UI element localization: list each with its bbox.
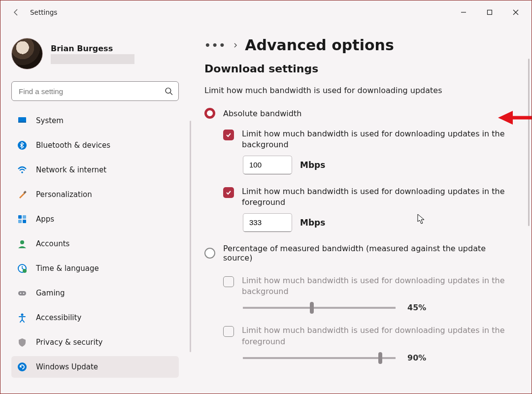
unit-label: Mbps xyxy=(300,218,325,228)
radio-absolute-bandwidth[interactable]: Absolute bandwidth xyxy=(204,108,517,119)
svg-point-19 xyxy=(20,293,21,294)
input-background-mbps[interactable] xyxy=(243,156,292,174)
sidebar-item-windows-update[interactable]: Windows Update xyxy=(11,356,179,378)
svg-rect-18 xyxy=(18,291,26,296)
checkbox-checked-icon xyxy=(223,187,234,198)
checkbox-label: Limit how much bandwidth is used for dow… xyxy=(242,186,508,208)
user-name: Brian Burgess xyxy=(51,44,134,53)
nav-label: System xyxy=(36,116,64,125)
sidebar-item-system[interactable]: System xyxy=(11,110,179,131)
input-foreground-mbps[interactable] xyxy=(243,213,292,232)
breadcrumb: ••• Advanced options xyxy=(204,36,517,54)
slider-value: 90% xyxy=(407,353,426,362)
maximize-button[interactable] xyxy=(478,4,500,20)
sidebar-item-network[interactable]: Network & internet xyxy=(11,159,179,181)
sidebar-scrollbar[interactable] xyxy=(190,121,191,352)
update-icon xyxy=(17,362,27,372)
sidebar-item-gaming[interactable]: Gaming xyxy=(11,282,179,304)
checkbox-unchecked-icon xyxy=(223,326,234,337)
nav-list: System Bluetooth & devices Network & int… xyxy=(11,110,184,381)
nav-label: Apps xyxy=(36,215,54,224)
minimize-button[interactable] xyxy=(452,4,474,20)
shield-icon xyxy=(17,337,27,347)
slider-thumb xyxy=(378,352,382,364)
radio-label: Percentage of measured bandwidth (measur… xyxy=(223,244,517,263)
window-controls xyxy=(452,4,527,20)
nav-label: Time & language xyxy=(36,264,99,273)
nav-label: Privacy & security xyxy=(36,338,102,347)
svg-point-17 xyxy=(23,269,27,273)
sidebar-item-privacy[interactable]: Privacy & security xyxy=(11,331,179,353)
radio-percentage-bandwidth[interactable]: Percentage of measured bandwidth (measur… xyxy=(204,244,517,263)
sidebar-item-accessibility[interactable]: Accessibility xyxy=(11,307,179,328)
svg-point-4 xyxy=(166,88,171,94)
svg-line-5 xyxy=(170,93,172,95)
radio-label: Absolute bandwidth xyxy=(223,109,301,118)
user-email-redacted xyxy=(51,54,134,64)
svg-point-20 xyxy=(23,293,24,294)
checkbox-checked-icon xyxy=(223,130,234,140)
back-icon[interactable] xyxy=(12,8,20,16)
gaming-icon xyxy=(17,288,27,298)
checkbox-label: Limit how much bandwidth is used for dow… xyxy=(242,129,508,151)
slider-background-percent xyxy=(243,307,396,309)
apps-icon xyxy=(17,214,27,224)
checkbox-limit-foreground-absolute[interactable]: Limit how much bandwidth is used for dow… xyxy=(223,186,517,208)
svg-rect-12 xyxy=(23,215,26,219)
svg-rect-1 xyxy=(487,10,492,15)
sidebar: Brian Burgess System Bluetooth & devices… xyxy=(0,24,193,394)
search-icon xyxy=(165,87,173,96)
checkbox-unchecked-icon xyxy=(223,276,234,287)
nav-label: Accessibility xyxy=(36,313,81,322)
breadcrumb-ellipsis[interactable]: ••• xyxy=(204,39,226,51)
checkbox-limit-foreground-percent: Limit how much bandwidth is used for dow… xyxy=(223,325,517,347)
accounts-icon xyxy=(17,239,27,249)
nav-label: Bluetooth & devices xyxy=(36,141,110,150)
nav-label: Personalization xyxy=(36,190,92,199)
close-button[interactable] xyxy=(504,4,527,20)
nav-label: Gaming xyxy=(36,289,65,297)
svg-rect-14 xyxy=(23,220,26,223)
page-title: Advanced options xyxy=(245,36,394,54)
nav-label: Network & internet xyxy=(36,165,106,174)
content-scrollbar[interactable] xyxy=(528,59,530,226)
clock-icon xyxy=(17,263,27,273)
search-input[interactable] xyxy=(11,81,179,101)
avatar xyxy=(11,38,43,69)
section-description: Limit how much bandwidth is used for dow… xyxy=(204,86,517,95)
checkbox-label: Limit how much bandwidth is used for dow… xyxy=(242,275,508,297)
sidebar-item-bluetooth[interactable]: Bluetooth & devices xyxy=(11,134,179,156)
radio-indicator-selected xyxy=(204,108,215,119)
svg-rect-11 xyxy=(18,215,22,219)
sidebar-item-time[interactable]: Time & language xyxy=(11,258,179,279)
titlebar: Settings xyxy=(0,0,532,24)
brush-icon xyxy=(17,190,27,199)
search-wrap xyxy=(11,81,179,101)
nav-label: Windows Update xyxy=(36,362,98,371)
unit-label: Mbps xyxy=(300,160,325,170)
checkbox-limit-background-absolute[interactable]: Limit how much bandwidth is used for dow… xyxy=(223,129,517,151)
slider-foreground-percent xyxy=(243,357,396,359)
svg-rect-13 xyxy=(18,220,22,223)
main-content: ••• Advanced options Download settings L… xyxy=(193,24,532,394)
checkbox-label: Limit how much bandwidth is used for dow… xyxy=(242,325,508,347)
svg-rect-7 xyxy=(18,122,26,123)
sidebar-item-accounts[interactable]: Accounts xyxy=(11,233,179,255)
sidebar-item-apps[interactable]: Apps xyxy=(11,208,179,230)
section-heading: Download settings xyxy=(204,63,517,75)
svg-point-21 xyxy=(21,314,24,316)
svg-point-15 xyxy=(20,240,24,244)
svg-point-22 xyxy=(18,362,27,371)
bluetooth-icon xyxy=(17,140,27,150)
slider-value: 45% xyxy=(407,303,426,312)
user-row[interactable]: Brian Burgess xyxy=(11,38,184,69)
slider-thumb xyxy=(310,302,314,314)
checkbox-limit-background-percent: Limit how much bandwidth is used for dow… xyxy=(223,275,517,297)
sidebar-item-personalization[interactable]: Personalization xyxy=(11,184,179,205)
system-icon xyxy=(17,116,27,126)
accessibility-icon xyxy=(17,313,27,323)
wifi-icon xyxy=(17,165,27,175)
nav-label: Accounts xyxy=(36,239,69,248)
svg-point-9 xyxy=(21,171,23,173)
radio-indicator-unselected xyxy=(204,248,215,259)
